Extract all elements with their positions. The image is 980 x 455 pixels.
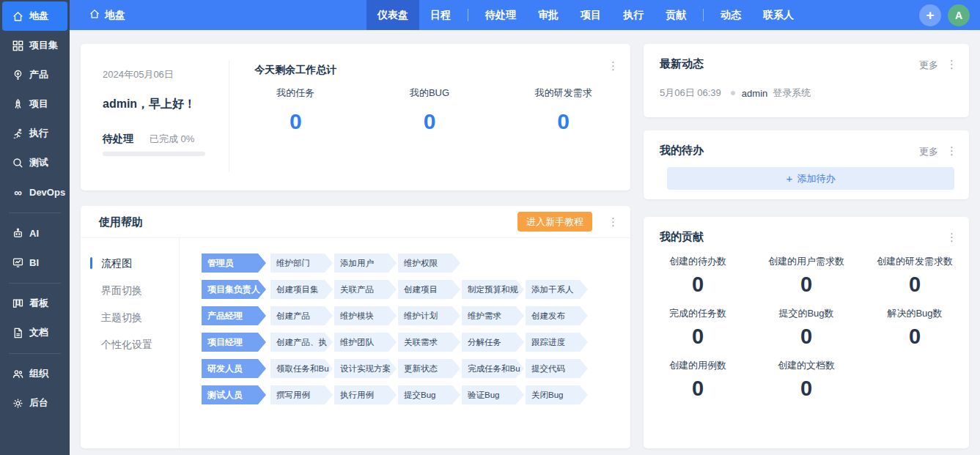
tab-contacts[interactable]: 联系人 (752, 0, 805, 30)
stat-value[interactable]: 0 (496, 109, 630, 134)
flow-step-chip[interactable]: 制定预算和规 (462, 280, 524, 299)
navbar-separator (468, 9, 468, 21)
sidebar-item-product[interactable]: 产品 (2, 60, 67, 89)
flow-step-chip[interactable]: 创建发布 (526, 306, 588, 325)
users-icon (12, 368, 24, 380)
flow-step-chip[interactable]: 维护计划 (398, 306, 460, 325)
tab-calendar[interactable]: 日程 (419, 0, 462, 30)
flow-step-chip[interactable]: 创建项目 (398, 280, 460, 299)
kebab-menu-icon[interactable]: ⋮ (946, 59, 957, 70)
news-card-title: 最新动态 (660, 57, 704, 71)
lightbulb-icon (12, 69, 24, 81)
contribution-stats: 创建的待办数 0 创建的用户需求数 0 创建的研发需求数 0 完成的任务数 0 … (644, 255, 969, 401)
stat-value[interactable]: 0 (229, 109, 363, 134)
flow-role-chip[interactable]: 研发人员 (202, 359, 266, 378)
flow-role-chip[interactable]: 产品经理 (202, 306, 266, 325)
flow-step-chip[interactable]: 分解任务 (462, 333, 524, 352)
flow-step-chip[interactable]: 撰写用例 (270, 385, 333, 404)
contribution-card-title: 我的贡献 (660, 230, 704, 244)
news-time: 5月06日 06:39 (660, 86, 721, 100)
kebab-menu-icon[interactable]: ⋮ (608, 60, 619, 71)
flow-step-chip[interactable]: 跟踪进度 (526, 333, 588, 352)
flow-step-chip[interactable]: 维护权限 (398, 254, 460, 273)
sidebar-item-dashboard[interactable]: 地盘 (2, 1, 67, 31)
sidebar-item-ai[interactable]: AI (2, 218, 67, 248)
flow-step-chip[interactable]: 关联产品 (334, 280, 397, 299)
sidebar-item-project[interactable]: 项目 (2, 89, 67, 119)
sidebar: 地盘 项目集 产品 项目 执行 测试 ∞ DevOps AI BI 看板 文档 (0, 0, 70, 455)
flow-role-chip[interactable]: 项目经理 (202, 333, 266, 352)
sidebar-item-org[interactable]: 组织 (2, 359, 67, 388)
sidebar-item-label: 后台 (29, 396, 48, 410)
flow-role-chip[interactable]: 测试人员 (202, 385, 266, 404)
flow-step-chip[interactable]: 添加干系人 (526, 280, 588, 299)
flow-step-chip[interactable]: 维护模块 (334, 306, 397, 325)
flow-step-chip[interactable]: 更新状态 (398, 359, 460, 378)
tab-todo[interactable]: 待处理 (474, 0, 527, 30)
sidebar-item-doc[interactable]: 文档 (2, 318, 67, 347)
flow-step-chip[interactable]: 关闭Bug (526, 385, 588, 404)
help-tab-flowchart[interactable]: 流程图 (81, 250, 179, 277)
flow-step-chip[interactable]: 关联需求 (398, 333, 460, 352)
sidebar-item-program[interactable]: 项目集 (2, 31, 67, 60)
tab-execution[interactable]: 执行 (612, 0, 655, 30)
kebab-menu-icon[interactable]: ⋮ (946, 232, 957, 243)
flow-step-chip[interactable]: 完成任务和Bu (462, 359, 524, 378)
contrib-stat-tasks-finished: 完成的任务数 0 (644, 307, 752, 349)
avatar[interactable]: A (948, 4, 970, 26)
todo-more-link[interactable]: 更多 (919, 145, 938, 158)
flow-row-project-manager: 项目经理 创建产品、执 维护团队 关联需求 分解任务 跟踪进度 (202, 333, 630, 352)
infinity-icon: ∞ (12, 186, 24, 199)
tutorial-button[interactable]: 进入新手教程 (517, 212, 592, 232)
flow-step-chip[interactable]: 设计实现方案 (334, 359, 397, 378)
contrib-stat-dev-stories-created: 创建的研发需求数 0 (861, 255, 969, 297)
flow-step-chip[interactable]: 提交Bug (398, 385, 460, 404)
flow-step-chip[interactable]: 提交代码 (526, 359, 588, 378)
add-todo-button[interactable]: + 添加待办 (667, 167, 954, 190)
stat-value[interactable]: 0 (363, 109, 497, 134)
help-tab-ui-switch[interactable]: 界面切换 (81, 277, 179, 304)
sidebar-item-bi[interactable]: BI (2, 248, 67, 277)
flow-step-chip[interactable]: 创建产品、执 (270, 333, 333, 352)
help-card-title: 使用帮助 (99, 215, 143, 229)
flow-role-chip[interactable]: 管理员 (202, 254, 266, 273)
sidebar-item-qa[interactable]: 测试 (2, 148, 67, 177)
contrib-stat-todos-created: 创建的待办数 0 (644, 255, 752, 297)
flow-step-chip[interactable]: 创建项目集 (270, 280, 333, 299)
tab-review[interactable]: 审批 (527, 0, 570, 30)
kebab-menu-icon[interactable]: ⋮ (946, 145, 957, 156)
news-more-link[interactable]: 更多 (919, 59, 938, 72)
sidebar-item-label: 项目集 (29, 39, 58, 52)
tab-dynamic[interactable]: 动态 (710, 0, 752, 30)
flow-row-developer: 研发人员 领取任务和Bu 设计实现方案 更新状态 完成任务和Bu 提交代码 (202, 359, 630, 378)
flow-step-chip[interactable]: 创建产品 (270, 306, 333, 325)
tab-dashboard[interactable]: 仪表盘 (366, 0, 419, 30)
create-button[interactable]: + (919, 4, 941, 26)
flow-step-chip[interactable]: 维护团队 (334, 333, 397, 352)
sidebar-item-admin[interactable]: 后台 (2, 388, 67, 418)
flow-step-chip[interactable]: 执行用例 (334, 385, 397, 404)
stat-my-bugs: 我的BUG 0 (363, 44, 497, 190)
help-card: 使用帮助 进入新手教程 ⋮ 流程图 界面切换 主题切换 个性化设置 管理员 维护… (81, 206, 630, 448)
sidebar-divider (9, 277, 61, 289)
kebab-menu-icon[interactable]: ⋮ (608, 216, 619, 227)
flow-step-chip[interactable]: 添加用户 (334, 254, 397, 273)
tab-project[interactable]: 项目 (570, 0, 612, 30)
flow-step-chip[interactable]: 验证Bug (462, 385, 524, 404)
help-tab-theme-switch[interactable]: 主题切换 (81, 304, 179, 331)
gear-icon (12, 397, 24, 410)
help-tab-personalize[interactable]: 个性化设置 (81, 331, 179, 358)
news-user[interactable]: admin (742, 88, 767, 99)
flow-step-chip[interactable]: 维护部门 (270, 254, 333, 273)
sidebar-item-execution[interactable]: 执行 (2, 119, 67, 148)
flow-step-chip[interactable]: 领取任务和Bu (270, 359, 333, 378)
sidebar-item-devops[interactable]: ∞ DevOps (2, 177, 67, 207)
tab-contribute[interactable]: 贡献 (655, 0, 697, 30)
sidebar-item-kanban[interactable]: 看板 (2, 289, 67, 318)
left-column: 2024年05月06日 admin，早上好！ 待处理 已完成 0% 今天剩余工作… (81, 44, 630, 455)
flow-step-chip[interactable]: 维护需求 (462, 306, 524, 325)
flow-role-chip[interactable]: 项目集负责人 (202, 280, 266, 299)
grid-icon (12, 40, 24, 52)
sidebar-item-label: 地盘 (29, 10, 48, 23)
sidebar-item-label: 组织 (29, 367, 48, 380)
